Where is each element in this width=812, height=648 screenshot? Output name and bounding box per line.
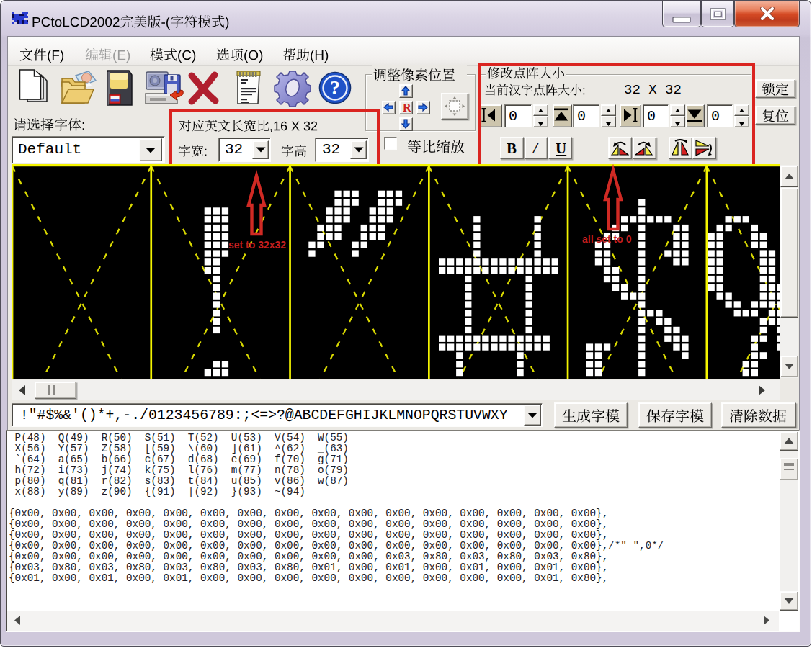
svg-text:all set to 0: all set to 0	[582, 233, 632, 245]
svg-text:?: ?	[330, 76, 340, 99]
svg-text:set to 32x32: set to 32x32	[228, 239, 286, 251]
